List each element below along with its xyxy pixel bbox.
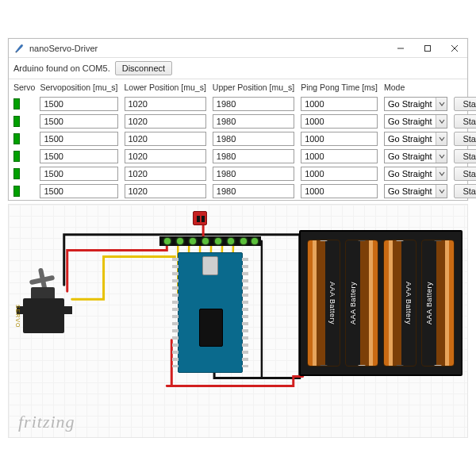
servo-position-input[interactable] bbox=[40, 167, 117, 181]
start-button[interactable]: Start bbox=[454, 184, 476, 198]
servo-position-input[interactable] bbox=[40, 149, 117, 163]
app-window: nanoServo-Driver Arduino found on COM5. … bbox=[8, 38, 468, 201]
battery-label: AAA Battery bbox=[425, 240, 433, 366]
battery-label: AAA Battery bbox=[349, 240, 357, 366]
usb-port-icon bbox=[202, 256, 218, 275]
mode-value: Go Straight bbox=[385, 99, 436, 109]
upper-position-input[interactable] bbox=[213, 149, 294, 163]
status-row: Arduino found on COM5. Disconnect bbox=[9, 58, 467, 79]
chevron-down-icon bbox=[436, 150, 447, 163]
servo-position-input[interactable] bbox=[40, 132, 117, 146]
battery-label: AAA Battery bbox=[328, 240, 336, 366]
lower-position-input[interactable] bbox=[125, 114, 206, 129]
window-title: nanoServo-Driver bbox=[29, 44, 98, 53]
pingpong-time-input[interactable] bbox=[301, 132, 378, 146]
mode-select[interactable]: Go Straight bbox=[384, 184, 447, 198]
servo-indicator bbox=[13, 98, 20, 109]
lower-position-input[interactable] bbox=[125, 149, 206, 163]
servo-indicator bbox=[13, 151, 20, 162]
close-button[interactable] bbox=[440, 39, 467, 58]
pingpong-time-input[interactable] bbox=[301, 184, 378, 198]
col-pingpong: Ping Pong Time [ms] bbox=[298, 79, 381, 95]
chevron-down-icon bbox=[436, 98, 447, 110]
mode-select[interactable]: Go Straight bbox=[384, 97, 447, 111]
table-row: Go StraightStartStop bbox=[9, 148, 476, 165]
upper-position-input[interactable] bbox=[213, 184, 294, 198]
connection-status-text: Arduino found on COM5. bbox=[13, 63, 110, 73]
servo-position-input[interactable] bbox=[40, 97, 117, 111]
servo-label: SERVO bbox=[13, 301, 21, 332]
servo-indicator bbox=[13, 116, 20, 127]
pingpong-time-input[interactable] bbox=[301, 97, 378, 111]
mode-value: Go Straight bbox=[385, 152, 436, 161]
servo-indicator bbox=[13, 168, 20, 179]
pingpong-time-input[interactable] bbox=[301, 167, 378, 181]
lower-position-input[interactable] bbox=[125, 132, 206, 146]
table-row: Go StraightStartStop bbox=[9, 165, 476, 182]
lower-position-input[interactable] bbox=[125, 97, 206, 111]
mode-select[interactable]: Go Straight bbox=[384, 167, 447, 181]
start-button[interactable]: Start bbox=[454, 114, 476, 129]
svg-rect-1 bbox=[424, 45, 430, 51]
pingpong-time-input[interactable] bbox=[301, 149, 378, 163]
arduino-nano bbox=[178, 252, 243, 373]
col-lower: Lower Position [mu_s] bbox=[121, 79, 209, 95]
servo-indicator bbox=[13, 133, 20, 144]
table-row: Go StraightStartStop bbox=[9, 130, 476, 148]
mode-select[interactable]: Go Straight bbox=[384, 114, 447, 129]
titlebar: nanoServo-Driver bbox=[9, 39, 467, 58]
chevron-down-icon bbox=[436, 167, 447, 180]
servo-position-input[interactable] bbox=[40, 114, 117, 129]
lower-position-input[interactable] bbox=[125, 167, 206, 181]
mode-value: Go Straight bbox=[385, 134, 436, 144]
start-button[interactable]: Start bbox=[454, 167, 476, 181]
chevron-down-icon bbox=[436, 115, 447, 128]
servo-indicator bbox=[13, 186, 20, 197]
pin-header bbox=[159, 236, 261, 246]
upper-position-input[interactable] bbox=[213, 132, 294, 146]
circuit-diagram: SERVO AAA Battery AAA Battery AAA Batter… bbox=[8, 204, 468, 438]
table-row: Go StraightStartStop bbox=[9, 113, 476, 130]
mode-value: Go Straight bbox=[385, 169, 436, 178]
battery-label: AAA Battery bbox=[405, 240, 413, 366]
pingpong-time-input[interactable] bbox=[301, 114, 378, 129]
chevron-down-icon bbox=[436, 185, 447, 198]
col-mode: Mode bbox=[381, 79, 451, 95]
mcu-chip-icon bbox=[199, 309, 223, 347]
upper-position-input[interactable] bbox=[213, 167, 294, 181]
fritzing-watermark: fritzing bbox=[18, 412, 75, 432]
mode-select[interactable]: Go Straight bbox=[384, 149, 447, 163]
start-button[interactable]: Start bbox=[454, 132, 476, 146]
power-switch bbox=[193, 211, 207, 225]
feather-icon bbox=[13, 43, 25, 54]
lower-position-input[interactable] bbox=[125, 184, 206, 198]
upper-position-input[interactable] bbox=[213, 97, 294, 111]
servo-position-input[interactable] bbox=[40, 184, 117, 198]
maximize-button[interactable] bbox=[413, 39, 440, 58]
disconnect-button[interactable]: Disconnect bbox=[115, 61, 172, 75]
table-row: Go StraightStartStop bbox=[9, 95, 476, 113]
chevron-down-icon bbox=[436, 132, 447, 145]
col-upper: Upper Position [mu_s] bbox=[209, 79, 298, 95]
table-row: Go StraightStartStop bbox=[9, 182, 476, 200]
mode-value: Go Straight bbox=[385, 186, 436, 196]
mode-value: Go Straight bbox=[385, 117, 436, 126]
col-servo: Servo bbox=[9, 79, 36, 95]
minimize-button[interactable] bbox=[386, 39, 413, 58]
servo-motor: SERVO bbox=[13, 276, 75, 347]
battery-pack: AAA Battery AAA Battery AAA Battery AAA … bbox=[299, 230, 463, 376]
start-button[interactable]: Start bbox=[454, 97, 476, 111]
mode-select[interactable]: Go Straight bbox=[384, 132, 447, 146]
start-button[interactable]: Start bbox=[454, 149, 476, 163]
upper-position-input[interactable] bbox=[213, 114, 294, 129]
servo-table: Servo Servoposition [mu_s] Lower Positio… bbox=[9, 79, 476, 200]
col-position: Servoposition [mu_s] bbox=[36, 79, 121, 95]
